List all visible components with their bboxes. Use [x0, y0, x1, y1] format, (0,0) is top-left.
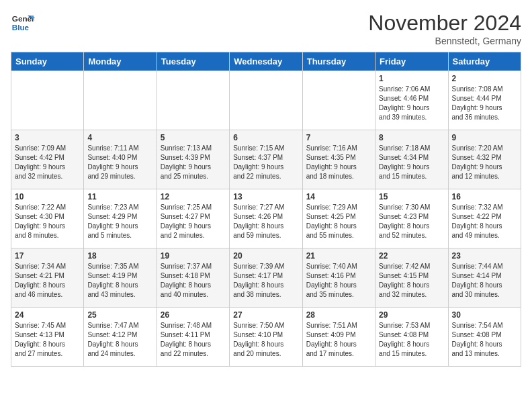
location: Bennstedt, Germany	[368, 36, 521, 46]
day-number: 14	[306, 192, 371, 201]
calendar-cell: 12Sunrise: 7:25 AM Sunset: 4:27 PM Dayli…	[157, 189, 229, 248]
day-info: Sunrise: 7:50 AM Sunset: 4:10 PM Dayligh…	[233, 321, 298, 359]
calendar-cell: 1Sunrise: 7:06 AM Sunset: 4:46 PM Daylig…	[375, 71, 448, 130]
calendar-week-5: 24Sunrise: 7:45 AM Sunset: 4:13 PM Dayli…	[11, 308, 521, 367]
calendar-cell: 2Sunrise: 7:08 AM Sunset: 4:44 PM Daylig…	[448, 71, 521, 130]
column-header-friday: Friday	[375, 52, 448, 71]
logo-icon: General Blue	[11, 11, 35, 35]
calendar-cell: 3Sunrise: 7:09 AM Sunset: 4:42 PM Daylig…	[11, 130, 84, 189]
day-number: 18	[87, 251, 152, 261]
calendar-cell: 14Sunrise: 7:29 AM Sunset: 4:25 PM Dayli…	[302, 189, 375, 248]
day-number: 29	[379, 310, 444, 320]
day-info: Sunrise: 7:45 AM Sunset: 4:13 PM Dayligh…	[15, 321, 80, 359]
calendar-cell	[230, 71, 302, 130]
day-info: Sunrise: 7:34 AM Sunset: 4:21 PM Dayligh…	[15, 262, 80, 300]
day-number: 12	[161, 192, 226, 201]
calendar-cell: 24Sunrise: 7:45 AM Sunset: 4:13 PM Dayli…	[11, 308, 84, 367]
svg-text:Blue: Blue	[12, 23, 30, 32]
day-info: Sunrise: 7:48 AM Sunset: 4:11 PM Dayligh…	[161, 321, 226, 359]
day-info: Sunrise: 7:54 AM Sunset: 4:08 PM Dayligh…	[452, 321, 517, 359]
calendar-cell: 5Sunrise: 7:13 AM Sunset: 4:39 PM Daylig…	[157, 130, 229, 189]
day-info: Sunrise: 7:15 AM Sunset: 4:37 PM Dayligh…	[233, 144, 298, 181]
calendar-cell	[84, 71, 157, 130]
day-number: 9	[452, 133, 517, 142]
calendar-cell: 8Sunrise: 7:18 AM Sunset: 4:34 PM Daylig…	[375, 130, 448, 189]
page-header: General Blue November 2024 Bennstedt, Ge…	[11, 11, 521, 46]
column-header-saturday: Saturday	[448, 52, 521, 71]
day-info: Sunrise: 7:47 AM Sunset: 4:12 PM Dayligh…	[87, 321, 152, 359]
day-info: Sunrise: 7:16 AM Sunset: 4:35 PM Dayligh…	[306, 144, 371, 181]
calendar-cell: 29Sunrise: 7:53 AM Sunset: 4:08 PM Dayli…	[375, 308, 448, 367]
calendar-cell: 10Sunrise: 7:22 AM Sunset: 4:30 PM Dayli…	[11, 189, 84, 248]
day-info: Sunrise: 7:35 AM Sunset: 4:19 PM Dayligh…	[87, 262, 152, 300]
day-number: 17	[15, 251, 80, 261]
day-info: Sunrise: 7:44 AM Sunset: 4:14 PM Dayligh…	[452, 262, 517, 300]
calendar-cell: 6Sunrise: 7:15 AM Sunset: 4:37 PM Daylig…	[230, 130, 302, 189]
day-number: 30	[452, 310, 517, 320]
day-number: 8	[379, 133, 444, 142]
day-info: Sunrise: 7:51 AM Sunset: 4:09 PM Dayligh…	[306, 321, 371, 359]
day-info: Sunrise: 7:13 AM Sunset: 4:39 PM Dayligh…	[161, 144, 226, 181]
column-header-sunday: Sunday	[11, 52, 84, 71]
column-header-wednesday: Wednesday	[230, 52, 302, 71]
calendar-cell: 26Sunrise: 7:48 AM Sunset: 4:11 PM Dayli…	[157, 308, 229, 367]
calendar-table: SundayMondayTuesdayWednesdayThursdayFrid…	[11, 52, 521, 367]
calendar-cell: 18Sunrise: 7:35 AM Sunset: 4:19 PM Dayli…	[84, 248, 157, 308]
calendar-cell: 23Sunrise: 7:44 AM Sunset: 4:14 PM Dayli…	[448, 248, 521, 308]
calendar-cell	[157, 71, 229, 130]
calendar-cell	[302, 71, 375, 130]
day-number: 25	[87, 310, 152, 320]
calendar-cell: 13Sunrise: 7:27 AM Sunset: 4:26 PM Dayli…	[230, 189, 302, 248]
day-info: Sunrise: 7:09 AM Sunset: 4:42 PM Dayligh…	[15, 144, 80, 181]
logo: General Blue	[11, 11, 35, 35]
day-info: Sunrise: 7:29 AM Sunset: 4:25 PM Dayligh…	[306, 203, 371, 240]
day-number: 4	[87, 133, 152, 142]
day-number: 20	[233, 251, 298, 261]
calendar-cell	[11, 71, 84, 130]
column-header-tuesday: Tuesday	[157, 52, 229, 71]
day-number: 1	[379, 74, 444, 83]
day-number: 5	[161, 133, 226, 142]
calendar-week-1: 1Sunrise: 7:06 AM Sunset: 4:46 PM Daylig…	[11, 71, 521, 130]
day-number: 6	[233, 133, 298, 142]
calendar-cell: 30Sunrise: 7:54 AM Sunset: 4:08 PM Dayli…	[448, 308, 521, 367]
calendar-cell: 25Sunrise: 7:47 AM Sunset: 4:12 PM Dayli…	[84, 308, 157, 367]
day-info: Sunrise: 7:22 AM Sunset: 4:30 PM Dayligh…	[15, 203, 80, 240]
title-block: November 2024 Bennstedt, Germany	[368, 11, 521, 46]
day-number: 27	[233, 310, 298, 320]
day-info: Sunrise: 7:11 AM Sunset: 4:40 PM Dayligh…	[87, 144, 152, 181]
calendar-cell: 9Sunrise: 7:20 AM Sunset: 4:32 PM Daylig…	[448, 130, 521, 189]
calendar-cell: 11Sunrise: 7:23 AM Sunset: 4:29 PM Dayli…	[84, 189, 157, 248]
calendar-header-row: SundayMondayTuesdayWednesdayThursdayFrid…	[11, 52, 521, 71]
day-info: Sunrise: 7:25 AM Sunset: 4:27 PM Dayligh…	[161, 203, 226, 240]
calendar-cell: 16Sunrise: 7:32 AM Sunset: 4:22 PM Dayli…	[448, 189, 521, 248]
day-info: Sunrise: 7:06 AM Sunset: 4:46 PM Dayligh…	[379, 85, 444, 122]
calendar-cell: 19Sunrise: 7:37 AM Sunset: 4:18 PM Dayli…	[157, 248, 229, 308]
day-number: 26	[161, 310, 226, 320]
day-info: Sunrise: 7:40 AM Sunset: 4:16 PM Dayligh…	[306, 262, 371, 300]
day-number: 7	[306, 133, 371, 142]
day-info: Sunrise: 7:27 AM Sunset: 4:26 PM Dayligh…	[233, 203, 298, 240]
day-number: 24	[15, 310, 80, 320]
day-info: Sunrise: 7:32 AM Sunset: 4:22 PM Dayligh…	[452, 203, 517, 240]
day-info: Sunrise: 7:30 AM Sunset: 4:23 PM Dayligh…	[379, 203, 444, 240]
calendar-cell: 21Sunrise: 7:40 AM Sunset: 4:16 PM Dayli…	[302, 248, 375, 308]
day-info: Sunrise: 7:39 AM Sunset: 4:17 PM Dayligh…	[233, 262, 298, 300]
calendar-week-2: 3Sunrise: 7:09 AM Sunset: 4:42 PM Daylig…	[11, 130, 521, 189]
day-info: Sunrise: 7:18 AM Sunset: 4:34 PM Dayligh…	[379, 144, 444, 181]
day-info: Sunrise: 7:20 AM Sunset: 4:32 PM Dayligh…	[452, 144, 517, 181]
day-number: 28	[306, 310, 371, 320]
day-info: Sunrise: 7:08 AM Sunset: 4:44 PM Dayligh…	[452, 85, 517, 122]
calendar-week-3: 10Sunrise: 7:22 AM Sunset: 4:30 PM Dayli…	[11, 189, 521, 248]
day-number: 3	[15, 133, 80, 142]
day-number: 15	[379, 192, 444, 201]
day-info: Sunrise: 7:37 AM Sunset: 4:18 PM Dayligh…	[161, 262, 226, 300]
column-header-thursday: Thursday	[302, 52, 375, 71]
calendar-cell: 22Sunrise: 7:42 AM Sunset: 4:15 PM Dayli…	[375, 248, 448, 308]
calendar-cell: 28Sunrise: 7:51 AM Sunset: 4:09 PM Dayli…	[302, 308, 375, 367]
day-number: 23	[452, 251, 517, 261]
calendar-cell: 15Sunrise: 7:30 AM Sunset: 4:23 PM Dayli…	[375, 189, 448, 248]
calendar-cell: 17Sunrise: 7:34 AM Sunset: 4:21 PM Dayli…	[11, 248, 84, 308]
day-number: 11	[87, 192, 152, 201]
day-number: 2	[452, 74, 517, 83]
